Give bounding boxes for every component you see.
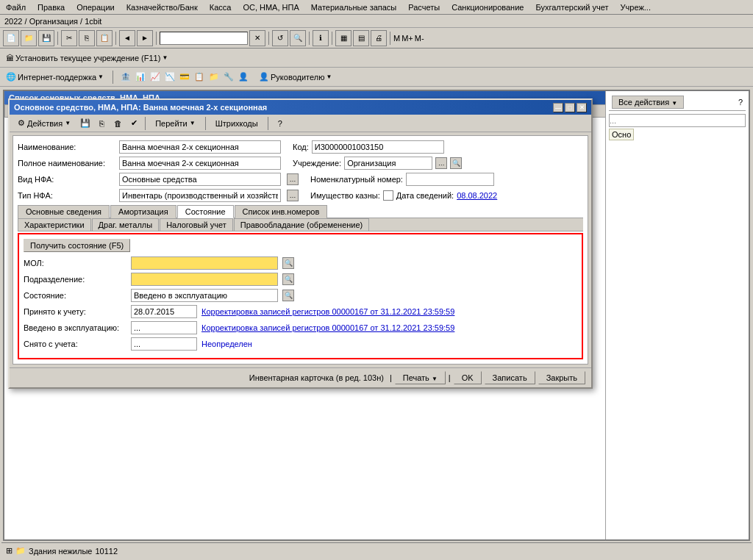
grid2-btn[interactable]: ▤ bbox=[353, 30, 369, 46]
modal-content: Наименование: Код: Полное наименование: … bbox=[13, 135, 588, 365]
removed-date-input[interactable] bbox=[131, 337, 197, 351]
quick-icon-9[interactable]: 👤 bbox=[237, 71, 250, 84]
quick-icon-2[interactable]: 📊 bbox=[134, 71, 147, 84]
barcodes-btn[interactable]: Штрихкоды bbox=[210, 118, 263, 129]
quick-icon-8[interactable]: 🔧 bbox=[222, 71, 235, 84]
state-content: Получить состояние (F5) МОЛ: 🔍 Подраздел… bbox=[18, 233, 583, 359]
paste-btn[interactable]: 📋 bbox=[96, 30, 113, 46]
nfa-kind-input[interactable] bbox=[119, 189, 281, 202]
save-record-btn[interactable]: Записать bbox=[485, 371, 535, 384]
cut-btn[interactable]: ✂ bbox=[61, 30, 77, 46]
nfa-type-search-btn[interactable]: … bbox=[287, 173, 299, 185]
modal-delete-icon[interactable]: 🗑 bbox=[111, 117, 124, 130]
menu-payments[interactable]: Расчеты bbox=[405, 2, 443, 12]
tab-amortization[interactable]: Амортизация bbox=[110, 205, 176, 218]
quick-icon-4[interactable]: 📉 bbox=[163, 71, 176, 84]
new-btn[interactable]: 📄 bbox=[3, 30, 19, 46]
tab-state[interactable]: Состояние bbox=[177, 205, 234, 218]
tree-expand-icon[interactable]: ⊞ bbox=[6, 546, 13, 556]
print-btn[interactable]: 🖨 bbox=[371, 30, 387, 46]
info-btn[interactable]: ℹ bbox=[313, 30, 329, 46]
get-state-btn[interactable]: Получить состояние (F5) bbox=[24, 239, 130, 252]
internet-support-btn[interactable]: 🌐 Интернет-поддержка ▼ bbox=[3, 71, 107, 83]
date-value[interactable]: 08.08.2022 bbox=[457, 191, 497, 200]
institution-lookup-btn[interactable]: 🔍 bbox=[450, 157, 462, 169]
search-btn[interactable]: 🔍 bbox=[290, 30, 306, 46]
tab-inv-list[interactable]: Список инв.номеров bbox=[235, 205, 328, 218]
menu-os[interactable]: ОС, НМА, НПА bbox=[240, 2, 301, 12]
actions-icon: ⚙ bbox=[18, 118, 25, 128]
set-institution-btn[interactable]: 🏛 Установить текущее учреждение (F11) ▼ bbox=[3, 52, 171, 64]
modal-save-icon[interactable]: 💾 bbox=[79, 117, 92, 130]
save-record-label: Записать bbox=[493, 373, 527, 382]
menu-accounting[interactable]: Бухгалтерский учет bbox=[532, 2, 611, 12]
tab-precious-metals[interactable]: Драг. металлы bbox=[92, 218, 160, 231]
forward-btn[interactable]: ► bbox=[137, 30, 153, 46]
quick-icon-7[interactable]: 📁 bbox=[207, 71, 221, 84]
nfa-type-input[interactable] bbox=[119, 173, 281, 186]
menu-institution[interactable]: Учреж... bbox=[618, 2, 654, 12]
tab-rights[interactable]: Правообладание (обременение) bbox=[234, 218, 370, 231]
mol-input[interactable] bbox=[131, 256, 278, 270]
division-input[interactable] bbox=[131, 273, 278, 286]
menu-file[interactable]: Файл bbox=[3, 2, 29, 12]
help-btn[interactable]: ? bbox=[273, 118, 288, 129]
inv-num-input[interactable] bbox=[406, 173, 494, 186]
mol-search-btn[interactable]: 🔍 bbox=[282, 257, 294, 269]
nfa-kind-search-btn[interactable]: … bbox=[287, 190, 299, 201]
modal-maximize-btn[interactable]: □ bbox=[565, 103, 575, 112]
exploited-link[interactable]: Корректировка записей регистров 00000167… bbox=[201, 323, 454, 332]
accepted-link[interactable]: Корректировка записей регистров 00000167… bbox=[201, 307, 454, 316]
menu-operations[interactable]: Операции bbox=[74, 2, 117, 12]
search-clear-btn[interactable]: ✕ bbox=[249, 30, 265, 46]
state-search-btn[interactable]: 🔍 bbox=[282, 290, 294, 301]
removed-link[interactable]: Неопределен bbox=[201, 340, 252, 348]
menu-edit[interactable]: Правка bbox=[35, 2, 68, 12]
main-toolbar: 📄 📁 💾 ✂ ⎘ 📋 ◄ ► ✕ ↺ 🔍 ℹ ▦ ▤ 🖨 M M+ M- bbox=[0, 28, 753, 49]
copy-btn[interactable]: ⎘ bbox=[79, 30, 95, 46]
print-btn[interactable]: Печать ▼ bbox=[395, 371, 446, 384]
search-input[interactable] bbox=[160, 32, 248, 45]
fullname-input[interactable] bbox=[119, 157, 281, 170]
institution-dropdown-icon: ▼ bbox=[162, 54, 168, 61]
manager-btn[interactable]: 👤 Руководителю ▼ bbox=[256, 71, 335, 83]
close-modal-btn[interactable]: Закрыть bbox=[538, 371, 585, 384]
quick-icon-6[interactable]: 📋 bbox=[193, 71, 206, 84]
institution-search-btn[interactable]: … bbox=[435, 157, 447, 169]
menu-sanction[interactable]: Санкционирование bbox=[449, 2, 527, 12]
tabs-row-2: Характеристики Драг. металлы Налоговый у… bbox=[18, 218, 583, 231]
menu-treasury[interactable]: Казначейство/Банк bbox=[124, 2, 201, 12]
modal-close-btn[interactable]: ✕ bbox=[577, 103, 587, 112]
grid-btn[interactable]: ▦ bbox=[335, 30, 351, 46]
actions-menu-btn[interactable]: ⚙ Действия ▼ bbox=[13, 117, 76, 129]
menu-bar: Файл Правка Операции Казначейство/Банк К… bbox=[0, 0, 753, 15]
code-input[interactable] bbox=[312, 140, 444, 154]
name-input[interactable] bbox=[119, 140, 281, 154]
property-checkbox[interactable] bbox=[383, 190, 393, 201]
sep2 bbox=[115, 32, 116, 45]
exploited-date-input[interactable] bbox=[131, 321, 197, 334]
save-btn[interactable]: 💾 bbox=[38, 30, 54, 46]
back-btn[interactable]: ◄ bbox=[119, 30, 135, 46]
goto-menu-btn[interactable]: Перейти ▼ bbox=[150, 118, 201, 129]
menu-cash[interactable]: Касса bbox=[207, 2, 235, 12]
quick-icon-5[interactable]: 💳 bbox=[178, 71, 191, 84]
quick-icon-3[interactable]: 📈 bbox=[149, 71, 162, 84]
accepted-date-input[interactable] bbox=[131, 305, 197, 318]
tab-tax-accounting[interactable]: Налоговый учет bbox=[160, 218, 233, 231]
quick-icon-1[interactable]: 🏦 bbox=[119, 71, 132, 84]
ok-btn[interactable]: OK bbox=[454, 371, 482, 384]
accepted-label: Принято к учету: bbox=[24, 307, 126, 316]
refresh-btn[interactable]: ↺ bbox=[272, 30, 288, 46]
modal-minimize-btn[interactable]: — bbox=[553, 103, 563, 112]
tab-basic-info[interactable]: Основные сведения bbox=[18, 205, 110, 218]
division-search-btn[interactable]: 🔍 bbox=[282, 273, 294, 285]
state-input[interactable] bbox=[131, 289, 278, 302]
tab-characteristics[interactable]: Характеристики bbox=[18, 218, 91, 231]
modal-copy-icon[interactable]: ⎘ bbox=[95, 117, 108, 130]
menu-materials[interactable]: Материальные запасы bbox=[308, 2, 400, 12]
institution-input[interactable] bbox=[344, 157, 432, 170]
fullname-row: Полное наименование: Учреждение: … 🔍 bbox=[18, 157, 583, 170]
modal-post-icon[interactable]: ✔ bbox=[127, 117, 140, 130]
open-btn[interactable]: 📁 bbox=[21, 30, 37, 46]
